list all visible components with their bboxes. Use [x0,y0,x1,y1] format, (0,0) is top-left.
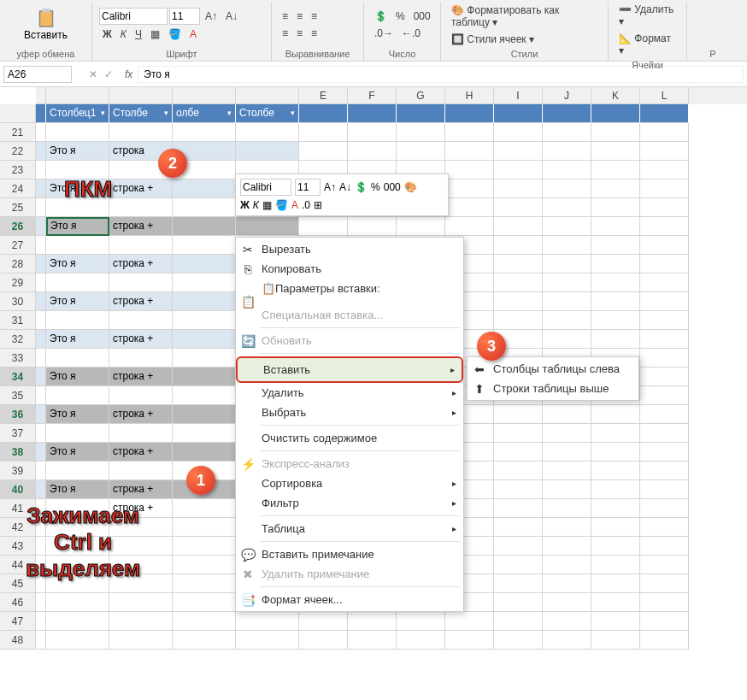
mini-font-size[interactable] [295,179,321,196]
cell[interactable] [591,405,640,424]
cell-styles-button[interactable]: 🔲 Стили ячеек ▾ [448,32,538,47]
cell[interactable] [109,612,173,631]
cell[interactable] [397,123,445,142]
cell[interactable] [591,123,640,142]
cell[interactable] [591,236,640,255]
cell[interactable] [173,255,236,274]
cell[interactable] [299,217,348,236]
row-header[interactable]: 24 [0,179,36,198]
menu-cut[interactable]: ✂Вырезать [236,239,463,259]
cell[interactable] [543,198,591,217]
paste-button[interactable]: Вставить [7,7,85,43]
inc-decimal-icon[interactable]: .0→ [371,26,397,41]
font-size-select[interactable] [169,8,200,25]
row-header[interactable]: 38 [0,443,36,462]
cell[interactable]: Это я [46,330,109,349]
cell[interactable] [543,292,591,311]
cell[interactable] [543,161,591,179]
border-icon[interactable]: ▦ [147,26,163,42]
cell[interactable] [494,142,543,161]
cell[interactable] [543,537,591,556]
cell[interactable] [543,142,591,161]
cell[interactable] [543,574,591,593]
cell[interactable] [173,593,236,612]
decrease-font-icon[interactable]: A↓ [222,9,241,24]
cell[interactable] [543,274,591,292]
cell[interactable] [109,123,173,142]
cell[interactable] [640,612,689,631]
cell[interactable] [494,311,543,330]
cell[interactable] [173,574,236,593]
cell[interactable] [445,217,494,236]
cell[interactable] [640,123,689,142]
cell[interactable] [591,631,640,650]
align-left-icon[interactable]: ≡ [279,26,291,41]
cell[interactable]: Это я [46,142,109,161]
align-right-icon[interactable]: ≡ [308,26,321,41]
menu-select[interactable]: Выбрать▸ [236,403,463,422]
cell[interactable] [591,424,640,443]
cell[interactable] [640,330,689,349]
cell[interactable] [640,217,689,236]
cell[interactable] [640,499,689,518]
cell[interactable] [46,349,109,368]
cell[interactable] [543,631,591,650]
align-mid-icon[interactable]: ≡ [293,9,306,24]
cell[interactable] [591,255,640,274]
cell[interactable] [543,462,591,480]
font-name-select[interactable] [99,8,168,25]
cell[interactable] [494,405,543,424]
cell[interactable] [445,123,494,142]
cell[interactable] [494,462,543,480]
row-header[interactable]: 36 [0,405,36,424]
cell[interactable]: Это я [46,480,109,499]
menu-copy[interactable]: ⎘Копировать [236,259,463,279]
cell[interactable] [591,462,640,480]
cell[interactable] [543,311,591,330]
cell[interactable] [494,255,543,274]
cell[interactable]: строка + [109,405,173,424]
cell[interactable] [173,349,236,368]
percent-icon[interactable]: % [392,9,409,24]
cell[interactable] [494,236,543,255]
menu-insert[interactable]: Вставить▸ [236,356,463,383]
cell[interactable] [591,198,640,217]
cell[interactable] [46,631,109,650]
cell[interactable] [640,574,689,593]
mini-font-name[interactable] [240,179,291,196]
cell[interactable] [46,236,109,255]
cell[interactable] [173,556,236,574]
cell[interactable] [640,236,689,255]
mini-thousands-icon[interactable]: 000 [384,181,401,193]
fill-color-icon[interactable]: 🪣 [165,26,185,42]
cell[interactable] [640,480,689,499]
name-box[interactable] [3,66,72,83]
cell[interactable] [445,161,494,179]
table-header[interactable]: Столбец1▾ [46,104,109,123]
row-header[interactable]: 48 [0,631,36,650]
cell[interactable]: строка + [109,255,173,274]
cell[interactable] [591,574,640,593]
cell[interactable] [46,424,109,443]
row-header[interactable]: 23 [0,161,36,179]
cell[interactable] [46,123,109,142]
mini-decimal-icon[interactable]: .0 [302,199,310,211]
cell[interactable] [46,311,109,330]
cell[interactable] [543,499,591,518]
cell[interactable] [46,462,109,480]
cell[interactable] [591,161,640,179]
cell[interactable] [494,499,543,518]
cell[interactable] [46,593,109,612]
font-color-icon[interactable]: A [186,26,200,42]
cell[interactable] [543,179,591,198]
increase-font-icon[interactable]: A↑ [202,9,221,24]
cell[interactable] [236,612,299,631]
cell[interactable] [397,142,445,161]
cell[interactable] [591,217,640,236]
cell[interactable] [173,443,236,462]
row-header[interactable]: 33 [0,349,36,368]
currency-icon[interactable]: 💲 [371,9,391,24]
cell[interactable] [591,311,640,330]
cell[interactable]: Это я [46,405,109,424]
align-top-icon[interactable]: ≡ [279,9,291,24]
